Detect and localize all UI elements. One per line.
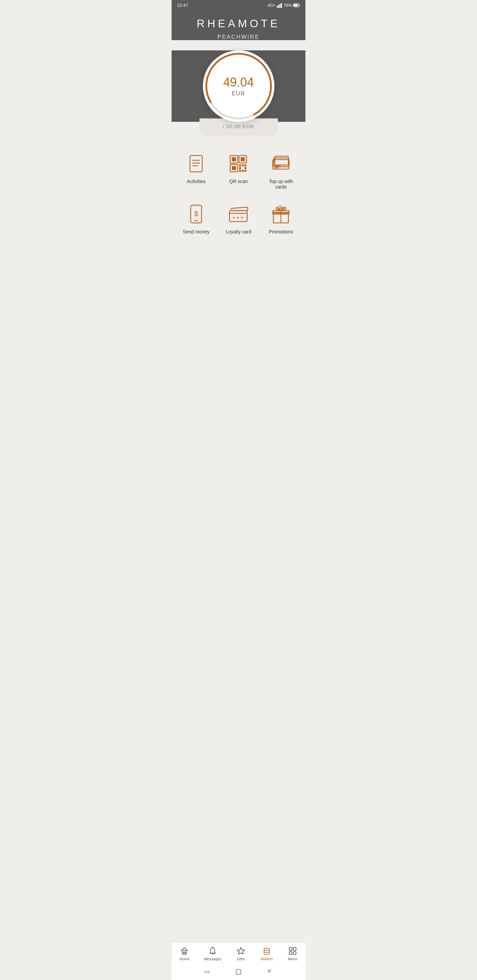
svg-rect-3 [281,3,282,8]
qr-scan-icon [227,153,249,175]
battery-level: 78% [284,3,292,8]
svg-rect-60 [236,969,241,974]
battery-icon [293,3,300,7]
action-top-up[interactable]: Top up with cards [260,146,302,196]
android-recents-btn[interactable] [266,968,274,976]
svg-text:$: $ [195,210,198,218]
svg-rect-0 [277,6,278,8]
android-nav-bar [172,964,305,980]
android-home-btn[interactable] [235,968,243,976]
action-activities[interactable]: Activities [175,146,217,196]
balance-circle: 49.04 EUR [203,50,274,122]
loyalty-card-label: Loyalty card [226,229,251,234]
loyalty-card-icon: ★ ★ ★ [227,203,249,225]
time-display: 12:47 [177,3,188,8]
coins-icon [262,947,271,956]
app-title: RHEAMOTE [179,18,298,30]
bell-icon [208,947,217,956]
svg-rect-18 [232,166,236,170]
svg-rect-53 [289,948,292,950]
svg-rect-25 [242,170,244,172]
action-qr-scan[interactable]: QR scan [217,146,260,196]
svg-point-8 [203,50,274,122]
svg-rect-22 [239,167,241,169]
balance-limit: / 50.00 EUR [223,124,254,129]
app-subtitle: PEACHWIRE [179,34,298,40]
app-header: RHEAMOTE PEACHWIRE [172,11,305,40]
status-bar: 12:47 4G+ 78% [172,0,305,11]
qr-scan-label: QR scan [229,179,247,184]
top-up-label: Top up with cards [263,179,298,189]
svg-rect-5 [299,5,300,6]
nav-menu-label: Menu [288,957,297,961]
svg-rect-16 [241,157,245,161]
svg-rect-23 [244,167,247,169]
android-back-btn[interactable] [204,968,212,976]
grid-icon [288,947,297,956]
bottom-navigation: Home Messages Gifts Wallets [172,942,305,980]
sub-balance-wrapper: / 50.00 EUR [172,122,305,136]
svg-marker-51 [237,947,245,955]
status-icons: 4G+ 78% [268,3,300,8]
nav-home-label: Home [179,957,189,961]
svg-text:★ ★ ★: ★ ★ ★ [232,216,243,220]
home-icon [180,947,189,956]
activities-label: Activities [187,179,206,184]
svg-rect-14 [232,157,236,161]
action-promotions[interactable]: Promotions [260,196,302,241]
action-send-money[interactable]: $ Send money [175,196,217,241]
svg-rect-55 [289,952,292,955]
svg-rect-26 [244,170,247,172]
action-loyalty-card[interactable]: ★ ★ ★ Loyalty card [217,196,260,241]
nav-messages-label: Messages [204,957,221,961]
top-up-icon [270,153,292,175]
send-money-label: Send money [183,229,210,234]
nav-wallets[interactable]: Wallets [256,945,277,962]
svg-rect-21 [244,164,247,166]
svg-rect-2 [279,4,281,8]
svg-rect-56 [293,952,296,955]
star-icon [237,947,246,956]
balance-section: 49.04 EUR [172,50,305,122]
nav-messages[interactable]: Messages [200,945,225,962]
signal-icon [277,3,282,8]
actions-grid: Activities QR scan [172,136,305,245]
svg-rect-24 [239,170,241,172]
nav-bar: Home Messages Gifts Wallets [172,943,305,964]
svg-rect-9 [190,156,202,172]
svg-rect-48 [183,953,185,954]
svg-rect-20 [242,164,244,166]
svg-point-52 [264,948,269,951]
svg-rect-54 [293,948,296,950]
send-money-icon: $ [185,203,207,225]
balance-ring-svg [203,50,274,122]
promotions-icon [270,203,292,225]
svg-rect-6 [294,5,298,6]
svg-rect-19 [239,164,241,166]
svg-rect-1 [278,5,279,8]
nav-gifts-label: Gifts [237,957,245,961]
nav-gifts[interactable]: Gifts [231,945,251,962]
promotions-label: Promotions [269,229,293,234]
nav-wallets-label: Wallets [260,957,273,961]
network-type: 4G+ [268,3,276,8]
activities-icon [185,153,207,175]
nav-home[interactable]: Home [174,945,195,962]
nav-menu[interactable]: Menu [282,945,303,962]
